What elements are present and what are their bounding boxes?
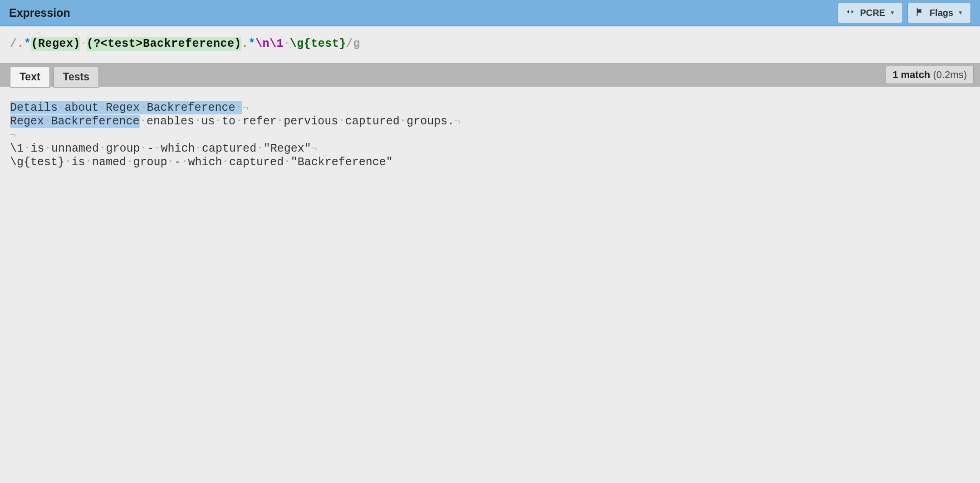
match-status: 1 match (0.2ms) [886,66,974,84]
regex-token-dot: . [241,37,249,50]
text-line-empty: ¬ [10,128,970,142]
text-line: \1isunnamedgroup-whichcaptured"Regex"¬ [10,142,970,156]
regex-delimiter-open: / [10,37,17,50]
regex-flags: g [353,37,360,50]
match-timing: (0.2ms) [933,69,967,80]
code-icon [845,7,855,19]
regex-group-literal: Regex [38,37,74,51]
newline-marker: ¬ [454,116,460,128]
flags-label: Flags [930,8,953,18]
text-line: DetailsaboutRegexBackreference¬ [10,101,970,115]
regex-delimiter-close: / [346,37,353,50]
regex-named-group-open: (?<test> [87,37,143,51]
regex-escape-newline: \n [255,37,270,50]
regex-group-close: ) [74,37,81,51]
test-text-area[interactable]: DetailsaboutRegexBackreference¬ RegexBac… [0,87,980,184]
match-count: 1 match [892,69,930,80]
engine-selector-button[interactable]: PCRE ▼ [838,3,902,23]
newline-marker: ¬ [242,103,248,114]
regex-named-group-literal: Backreference [143,37,235,51]
tab-text[interactable]: Text [10,67,50,88]
regex-token-star: * [24,37,31,50]
match-highlight: RegexBackreference [10,115,140,128]
newline-marker: ¬ [10,130,16,141]
regex-backreference-named: \g{test} [290,37,346,50]
text-line: RegexBackreferenceenablesustoreferpervio… [10,115,970,128]
regex-group-open: ( [31,37,39,51]
regex-token-dot: . [17,37,24,50]
flag-icon [915,7,925,19]
regex-backreference-numeric: \1 [270,37,284,50]
tab-tests[interactable]: Tests [54,67,99,88]
expression-input[interactable]: /.*(Regex)(?<test>Backreference).*\n\1\g… [0,26,980,63]
engine-label: PCRE [860,8,885,18]
chevron-down-icon: ▼ [958,10,963,16]
tabs-bar: Text Tests 1 match (0.2ms) [0,63,980,87]
header-buttons: PCRE ▼ Flags ▼ [838,3,971,23]
newline-marker: ¬ [311,143,317,155]
match-highlight: DetailsaboutRegexBackreference [10,101,242,114]
text-line: \g{test}isnamedgroup-whichcaptured"Backr… [10,156,970,169]
regex-named-group-close: ) [234,37,241,51]
flags-selector-button[interactable]: Flags ▼ [907,3,971,23]
regex-token-star: * [248,37,255,50]
tabs-group: Text Tests [10,64,99,85]
chevron-down-icon: ▼ [890,10,895,16]
expression-header: Expression PCRE ▼ Flags ▼ [0,0,980,26]
header-title: Expression [9,6,70,20]
